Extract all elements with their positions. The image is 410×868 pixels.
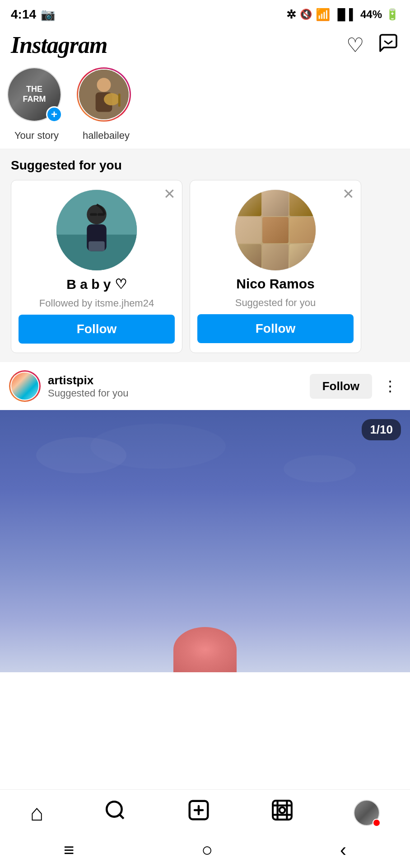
signal-icon: ▐▌▌ [334,8,357,21]
nav-avatar-dot [373,819,381,827]
bluetooth-icon: ✲ [286,8,296,22]
card-sub-nico: Suggested for you [235,297,316,309]
story-avatar-wrapper-hallebailey [77,67,135,126]
suggested-card-nico: ✕ Nico Ramos [190,180,361,353]
bottom-nav: ⌂ [0,789,410,832]
card-avatar-baby [56,189,137,271]
close-button-baby[interactable]: ✕ [163,187,176,201]
card-name-baby: B a b y ♡ [66,276,127,292]
messenger-icon[interactable] [377,32,399,58]
status-left: 4:14 📷 [11,7,55,22]
card-sub-baby: Followed by itsme.jhem24 [39,297,154,309]
card-name-nico: Nico Ramos [236,276,314,292]
story-item-your[interactable]: THEFARM + Your story [7,67,66,142]
svg-point-3 [104,93,120,105]
mute-icon: 🔇 [300,9,312,20]
status-right: ✲ 🔇 📶 ▐▌▌ 44% 🔋 [286,8,399,22]
post-avatar-img [11,373,38,400]
android-menu-icon[interactable]: ≡ [64,840,74,860]
svg-point-12 [107,802,121,816]
post-header: artistpix Suggested for you Follow ⋮ [0,362,410,410]
follow-button-post[interactable]: Follow [310,374,372,399]
svg-point-1 [97,78,111,92]
story-avatar-wrapper-your: THEFARM + [7,67,66,126]
story-avatar-gradient-img [79,70,129,119]
stories-section: THEFARM + Your story [0,63,410,149]
story-label-your: Your story [14,130,59,142]
more-options-icon[interactable]: ⋮ [379,377,401,395]
battery-icon: 🔋 [386,8,399,21]
close-button-nico[interactable]: ✕ [342,187,354,201]
follow-button-baby[interactable]: Follow [19,315,175,344]
svg-rect-11 [89,241,105,251]
cloud-3 [90,424,226,469]
suggested-section: Suggested for you ✕ [0,149,410,362]
suggested-title: Suggested for you [0,158,410,180]
svg-rect-9 [90,213,97,216]
cloud-2 [284,455,356,482]
add-story-button[interactable]: + [46,106,62,123]
card-avatar-img-baby [56,190,137,270]
nav-home-icon[interactable]: ⌂ [30,800,44,826]
story-label-hallebailey: hallebailey [83,130,130,142]
svg-rect-4 [118,94,121,107]
android-nav: ≡ ○ ‹ [0,832,410,868]
nico-pattern [235,190,316,270]
post-avatar-artistpix[interactable] [9,370,41,402]
post-image-figure [173,627,237,672]
app-header: Instagram ♡ [0,27,410,63]
nav-search-icon[interactable] [104,799,126,826]
follow-button-nico[interactable]: Follow [197,314,354,343]
nav-profile[interactable] [354,800,380,826]
status-bar: 4:14 📷 ✲ 🔇 📶 ▐▌▌ 44% 🔋 [0,0,410,27]
post-username: artistpix [48,373,303,387]
suggested-cards: ✕ [0,180,410,353]
post-image: 1/10 [0,410,410,672]
nav-add-icon[interactable] [186,798,211,827]
story-avatar-gradient [77,67,131,122]
post-counter: 1/10 [362,419,401,440]
card-avatar-img-nico [235,190,316,270]
nav-reels-icon[interactable] [271,799,294,826]
post-avatar-inner [10,372,39,401]
wifi-icon: 📶 [316,8,330,22]
app-logo: Instagram [11,32,107,58]
camera-icon: 📷 [41,8,55,22]
heart-icon[interactable]: ♡ [346,33,364,57]
post-suggested: Suggested for you [48,387,303,399]
android-back-icon[interactable]: ‹ [340,839,346,861]
svg-point-18 [280,807,285,813]
story-avatar-gradient-inner [78,69,130,120]
android-home-icon[interactable]: ○ [201,839,213,861]
suggested-card-baby: ✕ [11,180,182,353]
svg-rect-17 [273,801,292,820]
status-time: 4:14 [11,7,36,22]
svg-line-13 [120,815,124,819]
header-icons: ♡ [346,32,399,58]
post-info: artistpix Suggested for you [48,373,303,399]
battery-text: 44% [360,8,382,21]
story-item-hallebailey[interactable]: hallebailey [77,67,135,142]
card-avatar-nico [235,189,316,271]
